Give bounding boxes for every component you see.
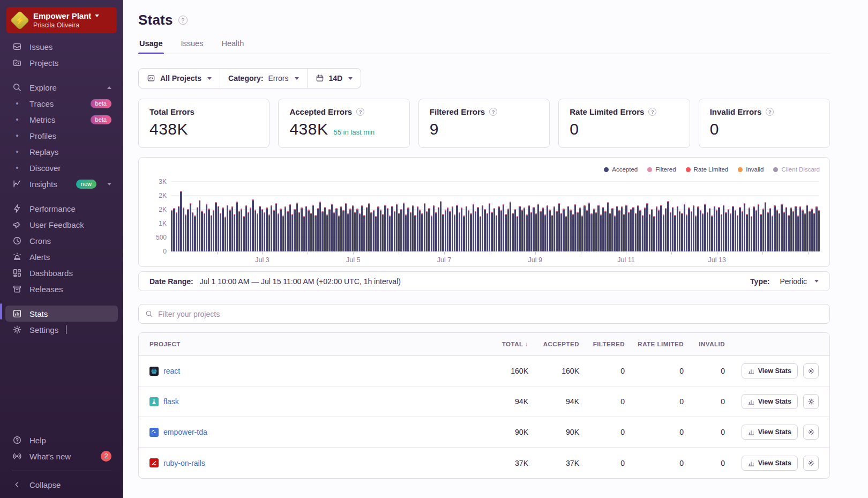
sidebar-item-traces[interactable]: • Traces beta [5,95,118,112]
sidebar-collapse-button[interactable]: Collapse [5,477,118,493]
gear-icon [12,325,23,335]
y-axis-tick-label: 3K [159,178,167,185]
tab-issues[interactable]: Issues [180,39,205,54]
project-link[interactable]: empower-tda [163,428,207,436]
bar-accepted-segment [607,203,609,251]
col-project[interactable]: Project [149,341,477,347]
help-icon[interactable]: ? [648,108,656,116]
col-invalid[interactable]: Invalid [684,341,725,347]
legend-item-invalid[interactable]: Invalid [738,166,764,173]
legend-dot [604,167,609,172]
org-switcher[interactable]: ⚡ Empower Plant Priscila Oliveira [6,7,117,33]
bar-accepted-segment [190,204,191,251]
bar-accepted-segment [204,214,205,251]
sidebar-item-crons[interactable]: Crons [5,233,118,249]
project-settings-button[interactable] [803,363,819,378]
bar-accepted-segment [792,212,794,251]
bar-accepted-segment [709,209,710,251]
project-settings-button[interactable] [803,425,819,440]
bar-accepted-segment [396,205,398,251]
date-range-selector[interactable]: 14D [307,69,361,88]
sidebar-item-user-feedback[interactable]: User Feedback [5,217,118,233]
legend-dot [738,167,743,172]
project-search-input[interactable] [158,310,823,318]
help-icon[interactable]: ? [489,108,497,116]
bullet-icon: • [12,115,23,124]
sidebar-item-replays[interactable]: • Replays [5,144,118,160]
chart-bar [190,203,191,251]
legend-item-filtered[interactable]: Filtered [647,166,676,173]
sidebar-item-profiles[interactable]: • Profiles [5,128,118,144]
col-accepted[interactable]: Accepted [528,341,579,347]
legend-item-client-discard[interactable]: Client Discard [773,166,820,173]
sidebar-item-projects[interactable]: Projects [5,55,118,71]
bar-accepted-segment [480,217,481,251]
chart-bar [649,214,650,251]
chart-bar [760,214,761,251]
chart-bar [335,208,337,251]
chart-bar [370,212,372,251]
chart-bar [201,211,203,251]
sidebar-item-explore[interactable]: Explore [5,79,118,95]
view-stats-button[interactable]: View Stats [742,456,798,471]
view-stats-button[interactable]: View Stats [742,394,798,409]
bar-accepted-segment [649,215,650,251]
chart-bar [414,215,416,251]
bar-accepted-segment [716,211,717,251]
project-link[interactable]: ruby-on-rails [163,459,205,467]
sidebar-item-whats-new[interactable]: What's new 2 [5,448,118,464]
bar-accepted-segment [326,215,328,251]
bar-accepted-segment [588,204,590,251]
type-selector[interactable]: Type: Periodic [750,277,819,286]
bar-accepted-segment [475,212,476,251]
bar-accepted-segment [361,206,363,251]
col-rate-limited[interactable]: Rate Limited [625,341,684,347]
category-selector[interactable]: Category: Errors [220,69,306,88]
view-stats-button[interactable]: View Stats [742,425,798,440]
sidebar-item-help[interactable]: Help [5,432,118,448]
stacked-bar-series[interactable] [171,179,819,251]
project-settings-button[interactable] [803,394,819,409]
sidebar-item-metrics[interactable]: • Metrics beta [5,112,118,128]
bar-accepted-segment [646,204,648,251]
chart-bar [510,202,511,251]
sidebar-item-issues[interactable]: Issues [5,39,118,55]
legend-item-accepted[interactable]: Accepted [604,166,638,173]
bar-accepted-segment [459,213,460,251]
tab-health[interactable]: Health [220,39,245,54]
legend-item-rate-limited[interactable]: Rate Limited [686,166,729,173]
project-link[interactable]: react [163,367,180,375]
help-icon[interactable]: ? [766,108,774,116]
chart-bar [667,201,669,251]
sidebar-item-label: What's new [29,452,71,461]
chart-bar [567,206,569,251]
view-stats-button[interactable]: View Stats [742,363,798,378]
react-platform-icon [149,367,159,376]
chart-bar [804,213,806,251]
sidebar-item-discover[interactable]: • Discover [5,160,118,176]
sidebar-item-releases[interactable]: Releases [5,281,118,297]
col-filtered[interactable]: Filtered [579,341,625,347]
y-axis-tick-label: 1K [159,220,167,227]
help-icon[interactable]: ? [356,108,364,116]
project-link[interactable]: flask [163,397,179,406]
sidebar-item-settings[interactable]: Settings [5,322,118,338]
tab-usage[interactable]: Usage [138,39,164,54]
project-settings-button[interactable] [803,456,819,471]
col-total[interactable]: Total↓ [477,340,528,348]
sidebar-item-alerts[interactable]: Alerts [5,249,118,265]
sidebar-item-dashboards[interactable]: Dashboards [5,265,118,281]
project-search [138,304,830,324]
cell-invalid: 0 [684,397,725,406]
sidebar-item-insights[interactable]: Insights new [5,176,118,192]
project-selector[interactable]: All Projects [139,69,220,88]
sidebar-item-performance[interactable]: Performance [5,200,118,217]
chart-bar [507,209,509,251]
sidebar-scrollbar-thumb[interactable] [0,303,2,319]
bar-accepted-segment [298,213,300,252]
chart-bar [208,209,209,251]
sidebar-item-stats[interactable]: Stats [5,306,118,322]
bar-accepted-segment [760,215,761,251]
page-title-help-icon[interactable]: ? [178,16,188,25]
bar-chart-icon [748,429,754,435]
